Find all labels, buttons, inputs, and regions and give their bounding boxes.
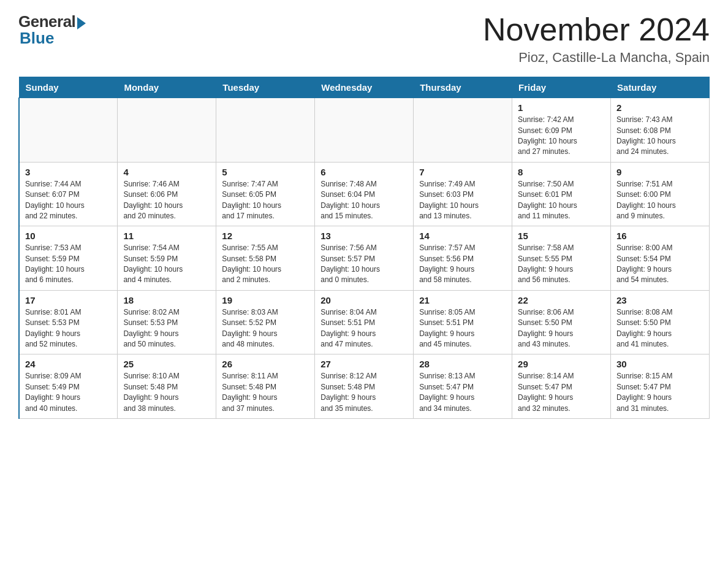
day-info: Sunrise: 8:10 AM Sunset: 5:48 PM Dayligh… [123,371,210,414]
calendar-cell: 2Sunrise: 7:43 AM Sunset: 6:08 PM Daylig… [611,98,710,163]
day-info: Sunrise: 8:06 AM Sunset: 5:50 PM Dayligh… [518,307,605,350]
location: Pioz, Castille-La Mancha, Spain [483,50,710,66]
col-tuesday: Tuesday [216,77,315,98]
day-number: 4 [123,167,210,177]
month-title: November 2024 [483,12,710,47]
day-number: 27 [320,359,408,369]
day-number: 2 [616,102,703,113]
calendar-cell: 20Sunrise: 8:04 AM Sunset: 5:51 PM Dayli… [315,290,414,354]
day-number: 20 [320,295,408,305]
day-number: 26 [222,359,309,369]
day-info: Sunrise: 8:15 AM Sunset: 5:47 PM Dayligh… [616,371,703,414]
calendar-cell: 27Sunrise: 8:12 AM Sunset: 5:48 PM Dayli… [315,354,414,419]
calendar-cell: 21Sunrise: 8:05 AM Sunset: 5:51 PM Dayli… [414,290,512,354]
calendar-cell: 23Sunrise: 8:08 AM Sunset: 5:50 PM Dayli… [611,290,710,354]
day-info: Sunrise: 7:42 AM Sunset: 6:09 PM Dayligh… [518,115,605,158]
calendar-week-row-4: 24Sunrise: 8:09 AM Sunset: 5:49 PM Dayli… [19,354,710,419]
day-number: 22 [518,295,605,305]
calendar-cell: 8Sunrise: 7:50 AM Sunset: 6:01 PM Daylig… [512,162,611,226]
logo-blue-text: Blue [20,29,54,48]
day-info: Sunrise: 7:54 AM Sunset: 5:59 PM Dayligh… [123,243,210,286]
day-number: 15 [518,231,605,241]
calendar-cell: 15Sunrise: 7:58 AM Sunset: 5:55 PM Dayli… [512,226,611,291]
day-number: 19 [222,295,309,305]
day-info: Sunrise: 7:58 AM Sunset: 5:55 PM Dayligh… [518,243,605,286]
header: General Blue November 2024 Pioz, Castill… [18,12,710,66]
day-number: 18 [123,295,210,305]
day-number: 6 [320,167,408,177]
calendar-cell [118,98,216,163]
calendar-cell: 28Sunrise: 8:13 AM Sunset: 5:47 PM Dayli… [414,354,512,419]
calendar-week-row-2: 10Sunrise: 7:53 AM Sunset: 5:59 PM Dayli… [19,226,710,291]
day-info: Sunrise: 8:09 AM Sunset: 5:49 PM Dayligh… [25,371,112,414]
calendar-cell: 9Sunrise: 7:51 AM Sunset: 6:00 PM Daylig… [611,162,710,226]
title-block: November 2024 Pioz, Castille-La Mancha, … [483,12,710,66]
day-number: 24 [25,359,112,369]
day-info: Sunrise: 8:13 AM Sunset: 5:47 PM Dayligh… [419,371,506,414]
day-info: Sunrise: 8:01 AM Sunset: 5:53 PM Dayligh… [25,307,112,350]
day-number: 14 [419,231,506,241]
calendar-cell: 25Sunrise: 8:10 AM Sunset: 5:48 PM Dayli… [118,354,216,419]
day-info: Sunrise: 7:50 AM Sunset: 6:01 PM Dayligh… [518,179,605,222]
day-info: Sunrise: 7:46 AM Sunset: 6:06 PM Dayligh… [123,179,210,222]
day-number: 3 [25,167,112,177]
calendar-cell: 7Sunrise: 7:49 AM Sunset: 6:03 PM Daylig… [414,162,512,226]
calendar-cell: 29Sunrise: 8:14 AM Sunset: 5:47 PM Dayli… [512,354,611,419]
day-info: Sunrise: 7:55 AM Sunset: 5:58 PM Dayligh… [222,243,309,286]
calendar-cell: 22Sunrise: 8:06 AM Sunset: 5:50 PM Dayli… [512,290,611,354]
day-info: Sunrise: 8:12 AM Sunset: 5:48 PM Dayligh… [320,371,408,414]
calendar-cell: 1Sunrise: 7:42 AM Sunset: 6:09 PM Daylig… [512,98,611,163]
calendar-cell: 10Sunrise: 7:53 AM Sunset: 5:59 PM Dayli… [19,226,118,291]
calendar-cell: 17Sunrise: 8:01 AM Sunset: 5:53 PM Dayli… [19,290,118,354]
calendar-cell: 14Sunrise: 7:57 AM Sunset: 5:56 PM Dayli… [414,226,512,291]
calendar-week-row-0: 1Sunrise: 7:42 AM Sunset: 6:09 PM Daylig… [19,98,710,163]
col-wednesday: Wednesday [315,77,414,98]
calendar-cell [19,98,118,163]
logo-arrow-icon [77,17,86,29]
day-info: Sunrise: 8:14 AM Sunset: 5:47 PM Dayligh… [518,371,605,414]
calendar-header-row: Sunday Monday Tuesday Wednesday Thursday… [19,77,710,98]
day-info: Sunrise: 7:51 AM Sunset: 6:00 PM Dayligh… [616,179,703,222]
day-number: 29 [518,359,605,369]
day-info: Sunrise: 8:11 AM Sunset: 5:48 PM Dayligh… [222,371,309,414]
calendar-cell [414,98,512,163]
col-saturday: Saturday [611,77,710,98]
col-sunday: Sunday [19,77,118,98]
calendar-cell: 16Sunrise: 8:00 AM Sunset: 5:54 PM Dayli… [611,226,710,291]
day-info: Sunrise: 7:44 AM Sunset: 6:07 PM Dayligh… [25,179,112,222]
day-info: Sunrise: 8:08 AM Sunset: 5:50 PM Dayligh… [616,307,703,350]
day-number: 5 [222,167,309,177]
day-number: 12 [222,231,309,241]
day-info: Sunrise: 7:43 AM Sunset: 6:08 PM Dayligh… [616,115,703,158]
calendar-cell: 13Sunrise: 7:56 AM Sunset: 5:57 PM Dayli… [315,226,414,291]
day-info: Sunrise: 8:03 AM Sunset: 5:52 PM Dayligh… [222,307,309,350]
day-number: 10 [25,231,112,241]
calendar-cell [216,98,315,163]
day-info: Sunrise: 8:00 AM Sunset: 5:54 PM Dayligh… [616,243,703,286]
day-info: Sunrise: 7:57 AM Sunset: 5:56 PM Dayligh… [419,243,506,286]
col-monday: Monday [118,77,216,98]
day-number: 7 [419,167,506,177]
col-thursday: Thursday [414,77,512,98]
calendar-week-row-3: 17Sunrise: 8:01 AM Sunset: 5:53 PM Dayli… [19,290,710,354]
day-info: Sunrise: 8:05 AM Sunset: 5:51 PM Dayligh… [419,307,506,350]
calendar-cell: 18Sunrise: 8:02 AM Sunset: 5:53 PM Dayli… [118,290,216,354]
day-info: Sunrise: 7:48 AM Sunset: 6:04 PM Dayligh… [320,179,408,222]
day-number: 11 [123,231,210,241]
col-friday: Friday [512,77,611,98]
calendar-cell: 12Sunrise: 7:55 AM Sunset: 5:58 PM Dayli… [216,226,315,291]
day-info: Sunrise: 7:49 AM Sunset: 6:03 PM Dayligh… [419,179,506,222]
page: General Blue November 2024 Pioz, Castill… [0,0,728,431]
day-info: Sunrise: 8:04 AM Sunset: 5:51 PM Dayligh… [320,307,408,350]
calendar-cell: 30Sunrise: 8:15 AM Sunset: 5:47 PM Dayli… [611,354,710,419]
calendar-cell: 5Sunrise: 7:47 AM Sunset: 6:05 PM Daylig… [216,162,315,226]
day-info: Sunrise: 7:47 AM Sunset: 6:05 PM Dayligh… [222,179,309,222]
logo: General Blue [18,12,86,48]
day-number: 9 [616,167,703,177]
calendar-cell: 19Sunrise: 8:03 AM Sunset: 5:52 PM Dayli… [216,290,315,354]
day-info: Sunrise: 7:53 AM Sunset: 5:59 PM Dayligh… [25,243,112,286]
day-number: 8 [518,167,605,177]
calendar-cell: 6Sunrise: 7:48 AM Sunset: 6:04 PM Daylig… [315,162,414,226]
day-number: 13 [320,231,408,241]
day-number: 1 [518,102,605,113]
